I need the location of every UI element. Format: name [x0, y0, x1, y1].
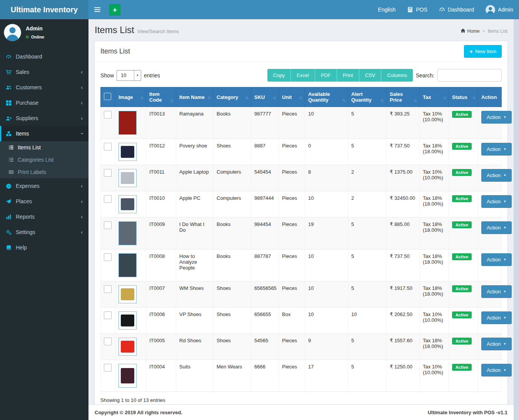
item-name-cell: WM Shoes — [176, 281, 214, 308]
new-item-button[interactable]: + New Item — [464, 45, 502, 58]
action-button[interactable]: Action▼ — [481, 169, 512, 182]
sidebar-item-suppliers[interactable]: Suppliers ‹ — [0, 110, 88, 126]
nav-dashboard[interactable]: Dashboard — [433, 0, 480, 19]
sidebar-item-customers[interactable]: Customers ‹ — [0, 80, 88, 95]
row-checkbox[interactable] — [104, 338, 112, 345]
sidebar-user-status[interactable]: Online — [26, 35, 44, 39]
item-code-cell: IT0009 — [146, 218, 176, 249]
search-input[interactable] — [437, 69, 502, 82]
sidebar-item-places[interactable]: Places ‹ — [0, 194, 88, 209]
bar-chart-icon — [6, 214, 16, 220]
alert-qty-cell: 5 — [348, 281, 387, 308]
row-checkbox[interactable] — [104, 111, 112, 119]
sort-icon: ↑↓ — [342, 98, 345, 102]
col-header-unit[interactable]: Unit↑↓ — [279, 87, 305, 107]
tax-cell: Tax 18% (18.00%) — [420, 139, 449, 165]
table-row: IT0011 Apple Laptop Computers 545454 Pie… — [101, 165, 502, 191]
action-button[interactable]: Action▼ — [481, 253, 512, 266]
export-pdf-button[interactable]: PDF — [315, 69, 337, 82]
col-header-image[interactable]: Image↑↓ — [115, 87, 146, 107]
nav-language[interactable]: English — [372, 0, 401, 19]
available-qty-cell: 9 — [305, 334, 348, 360]
table-body: IT0013 Ramayana Books 987777 Pieces 10 5… — [101, 107, 502, 392]
status-badge: Active — [452, 338, 472, 345]
action-button[interactable]: Action▼ — [481, 221, 512, 234]
unit-cell: Pieces — [279, 281, 305, 308]
status-badge: Active — [452, 143, 472, 150]
status-badge: Active — [452, 221, 472, 228]
row-checkbox[interactable] — [104, 221, 112, 229]
breadcrumb-separator: > — [482, 28, 485, 34]
sidebar-user-name: Admin — [26, 25, 44, 32]
sidebar-item-sales[interactable]: Sales ‹ — [0, 64, 88, 80]
sidebar-item-items[interactable]: Items ‹ — [0, 126, 88, 141]
row-checkbox[interactable] — [104, 143, 112, 151]
brand-logo[interactable]: Ultimate Inventory — [0, 0, 88, 19]
col-header-sku[interactable]: SKU↑↓ — [251, 87, 279, 107]
item-image — [118, 111, 137, 135]
col-header-status[interactable]: Status↑↓ — [449, 87, 478, 107]
row-checkbox[interactable] — [104, 311, 112, 319]
nav-pos[interactable]: POS — [401, 0, 433, 19]
row-checkbox[interactable] — [104, 195, 112, 203]
row-checkbox[interactable] — [104, 364, 112, 371]
sort-icon: ↑↓ — [299, 95, 302, 100]
user-avatar-icon — [486, 5, 495, 15]
export-copy-button[interactable]: Copy — [267, 69, 291, 82]
export-print-button[interactable]: Print — [337, 69, 359, 82]
page-length-select[interactable]: 10 — [117, 70, 141, 80]
select-all-checkbox[interactable] — [104, 93, 111, 100]
sidebar-subitem-print-labels[interactable]: Print Labels — [0, 166, 88, 178]
export-excel-button[interactable]: Excel — [291, 69, 315, 82]
sidebar-item-settings[interactable]: Settings ‹ — [0, 224, 88, 240]
item-image — [118, 195, 137, 213]
action-button[interactable]: Action▼ — [481, 285, 512, 298]
breadcrumb-home[interactable]: Home — [461, 28, 480, 34]
nav-user[interactable]: Admin — [480, 0, 519, 19]
export-columns-button[interactable]: Columns — [381, 69, 412, 82]
action-button[interactable]: Action▼ — [481, 364, 512, 376]
sidebar-toggle-button[interactable] — [88, 0, 106, 19]
table-row: IT0012 Povery shoe Shoes 8887 Pieces 0 5… — [101, 139, 502, 165]
sidebar-subitem-categories-list[interactable]: Categories List — [0, 154, 88, 166]
page-subtitle: View/Search Items — [137, 28, 179, 34]
breadcrumb: Home > Items List — [461, 28, 507, 34]
submenu: Items List Categories List Print Labels — [0, 141, 88, 178]
col-header-alert-quantity[interactable]: Alert Quantity↑↓ — [348, 87, 387, 107]
export-csv-button[interactable]: CSV — [359, 69, 382, 82]
sidebar-item-reports[interactable]: Reports ‹ — [0, 209, 88, 224]
col-header-sales-price[interactable]: Sales Price↑↓ — [387, 87, 420, 107]
col-header-item-name[interactable]: Item Name↑↓ — [176, 87, 214, 107]
col-header-category[interactable]: Category↑↓ — [214, 87, 251, 107]
sidebar-item-help[interactable]: Help — [0, 240, 88, 255]
sidebar-subitem-items-list[interactable]: Items List — [0, 141, 88, 154]
action-button[interactable]: Action▼ — [481, 195, 512, 208]
row-checkbox[interactable] — [104, 169, 112, 177]
sidebar-item-dashboard[interactable]: Dashboard — [0, 49, 88, 64]
item-code-cell: IT0007 — [146, 281, 176, 308]
users-icon — [6, 85, 16, 90]
col-header-available-quantity[interactable]: Available Quantity↑↓ — [305, 87, 348, 107]
sort-icon: ↑↓ — [472, 95, 475, 100]
sidebar-item-purchase[interactable]: Purchase ‹ — [0, 95, 88, 110]
item-code-cell: IT0012 — [146, 139, 176, 165]
action-button[interactable]: Action▼ — [481, 338, 512, 350]
action-button[interactable]: Action▼ — [481, 111, 512, 124]
sidebar-item-expenses[interactable]: Expenses ‹ — [0, 178, 88, 194]
row-checkbox[interactable] — [104, 253, 112, 261]
minus-circle-icon — [6, 183, 16, 189]
entries-label: entries — [144, 72, 160, 79]
status-badge: Active — [452, 195, 472, 202]
col-header-item-code[interactable]: Item Code↑↓ — [146, 87, 176, 107]
action-button[interactable]: Action▼ — [481, 311, 512, 324]
status-badge: Active — [452, 169, 472, 176]
sales-price-cell: ₹ 1375.00 — [387, 165, 420, 191]
action-button[interactable]: Action▼ — [481, 143, 512, 156]
page-scrollbar[interactable] — [514, 19, 519, 420]
quick-add-button[interactable]: + — [109, 4, 120, 15]
col-header-tax[interactable]: Tax↑↓ — [420, 87, 449, 107]
category-cell: Men Wears — [214, 360, 251, 392]
row-checkbox[interactable] — [104, 285, 112, 293]
status-badge: Active — [452, 285, 472, 292]
sort-icon: ↑↓ — [443, 95, 446, 100]
